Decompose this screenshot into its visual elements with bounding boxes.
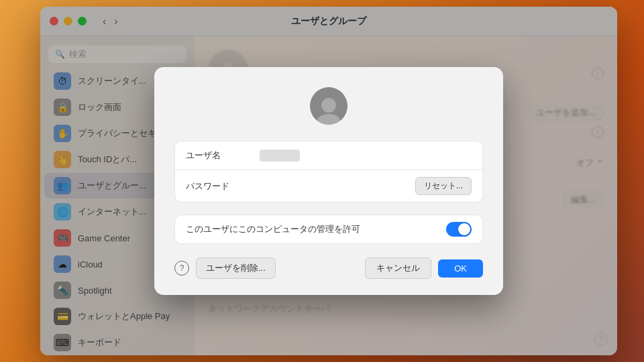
- username-row: ユーザ名: [175, 141, 482, 170]
- password-row: パスワード リセット...: [175, 170, 482, 202]
- password-label: パスワード: [186, 180, 253, 192]
- admin-toggle[interactable]: [446, 222, 472, 237]
- avatar-circle: [310, 87, 347, 125]
- modal-actions: ? ユーザを削除... キャンセル OK: [174, 257, 483, 279]
- help-circle-button[interactable]: ?: [174, 261, 189, 276]
- ok-button[interactable]: OK: [438, 259, 483, 278]
- reset-button[interactable]: リセット...: [415, 177, 472, 195]
- admin-toggle-row: このユーザにこのコンピュータの管理を許可: [174, 215, 483, 244]
- modal-form: ユーザ名 パスワード リセット...: [174, 141, 483, 202]
- cancel-button[interactable]: キャンセル: [365, 257, 431, 279]
- admin-label: このユーザにこのコンピュータの管理を許可: [186, 223, 446, 235]
- mac-window: ‹ › ユーザとグループ 🔍 検索 ⏱ スクリーンタイ... 🔒 ロック画面 ✋…: [40, 7, 617, 355]
- username-label: ユーザ名: [186, 149, 253, 162]
- avatar-body: [317, 114, 340, 125]
- toggle-knob: [458, 223, 470, 235]
- delete-user-button[interactable]: ユーザを削除...: [196, 257, 276, 279]
- avatar-head: [321, 98, 336, 113]
- username-value-blurred: [260, 149, 300, 162]
- main-layout: 🔍 検索 ⏱ スクリーンタイ... 🔒 ロック画面 ✋ プライバシーとセキュリテ…: [40, 36, 617, 355]
- modal-overlay: ユーザ名 パスワード リセット... このユーザにこのコンピュータの管理を許可: [40, 7, 617, 355]
- modal-dialog: ユーザ名 パスワード リセット... このユーザにこのコンピュータの管理を許可: [154, 67, 503, 295]
- modal-avatar: [174, 87, 483, 125]
